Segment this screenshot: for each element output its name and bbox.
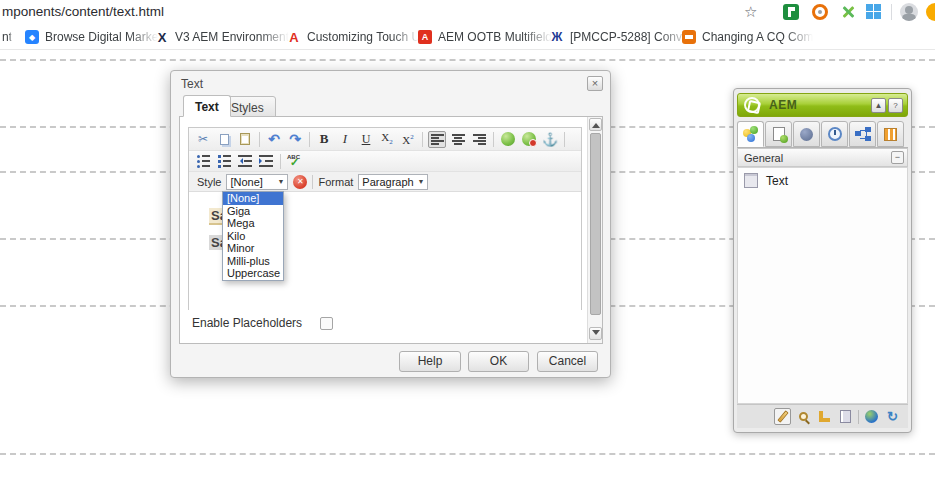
dropdown-option[interactable]: Kilo	[223, 230, 283, 243]
tab-launches[interactable]	[877, 121, 904, 147]
tab-text[interactable]: Text	[183, 95, 231, 117]
preview-mode-button[interactable]	[795, 408, 812, 425]
dropdown-option[interactable]: [None]	[223, 192, 283, 205]
dropdown-option[interactable]: Giga	[223, 205, 283, 218]
client-context-button[interactable]	[837, 408, 854, 425]
sidekick-tabs	[737, 121, 908, 148]
scrollbar-thumb[interactable]	[590, 133, 601, 315]
page-icon	[773, 127, 785, 141]
spellcheck-icon[interactable]: ABC✓	[286, 153, 304, 170]
align-right-button[interactable]	[470, 131, 488, 148]
cut-icon[interactable]: ✂	[194, 131, 212, 148]
align-left-button[interactable]	[428, 131, 446, 148]
component-item-text[interactable]: Text	[738, 168, 907, 188]
magnifier-icon	[799, 412, 808, 421]
extension-icon[interactable]	[866, 4, 882, 20]
collapse-icon[interactable]: ▲	[871, 98, 886, 113]
bookmark-label: Browse Digital Marke	[45, 30, 158, 44]
section-general[interactable]: General −	[737, 148, 908, 167]
refresh-button[interactable]: ↻	[884, 408, 901, 425]
scaffolding-button[interactable]	[816, 408, 833, 425]
bookmark-item[interactable]: nt	[2, 28, 12, 46]
dialog-title: Text	[181, 77, 203, 91]
bookmarks-bar: nt ◆ Browse Digital Marke X V3 AEM Envir…	[0, 24, 935, 50]
enable-placeholders-row: Enable Placeholders	[192, 316, 333, 330]
sidekick-component-list: Text	[737, 167, 908, 404]
rte-toolbar-row2: ABC✓	[189, 151, 581, 172]
websites-button[interactable]	[863, 408, 880, 425]
cancel-button[interactable]: Cancel	[537, 351, 598, 372]
bookmark-item[interactable]: Changing A CQ Com	[682, 28, 813, 46]
chevron-down-icon: ▼	[278, 178, 285, 185]
link-icon[interactable]	[499, 131, 517, 148]
numbered-list-button[interactable]	[215, 153, 233, 170]
collapse-section-icon[interactable]: −	[891, 151, 904, 164]
drop-target-line	[0, 59, 935, 61]
anchor-icon[interactable]: ⚓	[541, 131, 559, 148]
scroll-up-icon[interactable]	[589, 118, 602, 131]
sidekick-title: AEM	[769, 98, 797, 112]
bookmark-item[interactable]: Ж [PMCCP-5288] Conve	[550, 28, 689, 46]
extension-icon[interactable]	[812, 4, 828, 20]
toolbar-separator	[858, 410, 859, 424]
bold-button[interactable]: B	[315, 131, 333, 148]
rte-toolbar-row1: ✂ ↶ ↷ B I U X2 X2 ⚓	[189, 128, 581, 151]
adobe-favicon: A	[418, 30, 432, 44]
scroll-down-icon[interactable]	[589, 327, 602, 340]
text-dialog: Text × Styles Text ✂ ↶ ↷ B I U X2 X2	[170, 70, 611, 378]
align-center-button[interactable]	[449, 131, 467, 148]
bookmark-label: Changing A CQ Com	[702, 30, 813, 44]
bullet-list-button[interactable]	[194, 153, 212, 170]
style-dropdown-list: [None] Giga Mega Kilo Minor Milli-plus U…	[222, 191, 284, 281]
bookmark-item[interactable]: X V3 AEM Environment	[155, 28, 289, 46]
close-icon[interactable]: ×	[587, 76, 603, 91]
tab-workflow[interactable]	[849, 121, 876, 147]
sidekick-header[interactable]: AEM ▲ ?	[737, 93, 908, 117]
style-select[interactable]: [None] ▼	[226, 174, 288, 190]
outdent-button[interactable]	[236, 153, 254, 170]
extension-icon[interactable]	[840, 4, 856, 20]
subscript-button[interactable]: X2	[378, 131, 396, 148]
paste-icon[interactable]	[236, 131, 254, 148]
tab-versioning[interactable]	[821, 121, 848, 147]
help-button[interactable]: Help	[399, 351, 461, 372]
italic-button[interactable]: I	[336, 131, 354, 148]
dropdown-option[interactable]: Mega	[223, 217, 283, 230]
toolbar-separator	[493, 132, 494, 147]
ok-button[interactable]: OK	[468, 351, 529, 372]
dropdown-option[interactable]: Minor	[223, 242, 283, 255]
extension-icon[interactable]	[783, 4, 799, 20]
x-favicon: X	[155, 30, 169, 44]
bookmark-item[interactable]: ◆ Browse Digital Marke	[25, 28, 158, 46]
scrollbar[interactable]	[587, 117, 602, 343]
toolbar-separator	[564, 132, 565, 147]
format-label: Format	[318, 176, 353, 188]
aem-sidekick: AEM ▲ ? General − Text ↻	[733, 88, 912, 433]
enable-placeholders-checkbox[interactable]	[320, 317, 333, 330]
bookmark-item[interactable]: A Customizing Touch U	[287, 28, 420, 46]
bookmark-star-icon[interactable]: ☆	[744, 3, 757, 21]
pencil-icon	[777, 410, 788, 423]
edit-mode-button[interactable]	[774, 408, 791, 425]
underline-button[interactable]: U	[357, 131, 375, 148]
undo-icon[interactable]: ↶	[265, 131, 283, 148]
format-select[interactable]: Paragraph ▼	[358, 174, 428, 190]
ruler-icon	[819, 411, 830, 422]
url-text[interactable]: mponents/content/text.html	[2, 4, 164, 19]
profile-avatar[interactable]	[900, 3, 918, 21]
superscript-button[interactable]: X2	[399, 131, 417, 148]
redo-icon[interactable]: ↷	[286, 131, 304, 148]
indent-button[interactable]	[257, 153, 275, 170]
copy-icon[interactable]	[215, 131, 233, 148]
aem-logo-icon	[744, 97, 760, 113]
tab-information[interactable]	[793, 121, 820, 147]
remove-style-icon[interactable]: ✕	[293, 175, 307, 189]
dropdown-option[interactable]: Milli-plus	[223, 255, 283, 268]
tab-components[interactable]	[737, 121, 764, 147]
bookmark-item[interactable]: A AEM OOTB Multifield	[418, 28, 552, 46]
unlink-icon[interactable]	[520, 131, 538, 148]
orange-favicon	[682, 30, 696, 44]
dropdown-option[interactable]: Uppercase	[223, 267, 283, 280]
tab-page[interactable]	[765, 121, 792, 147]
help-icon[interactable]: ?	[888, 98, 903, 113]
